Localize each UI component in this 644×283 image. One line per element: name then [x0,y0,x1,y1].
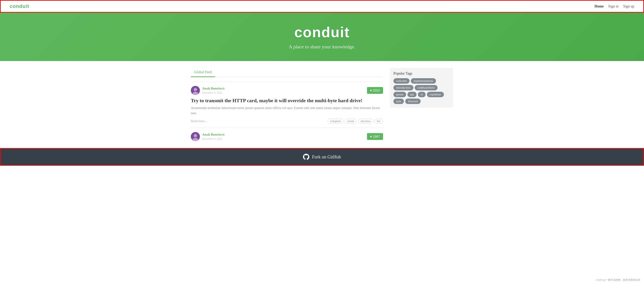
like-count: 2024 [373,88,380,92]
tag-cupiditate[interactable]: cupiditate [427,92,444,97]
tag-codebaseshow[interactable]: codebaseShow [415,85,438,90]
popular-tags-box: Popular Tags welcome implementations int… [390,68,453,108]
article-footer: Read more... voluptate rerum ducimus hic [191,119,383,124]
tag-implementations[interactable]: implementations [411,78,436,84]
article-card: Anah Benešová December 9, 2022 ♥ 2024 Tr… [191,82,383,128]
tag-voluptate[interactable]: voluptate [328,119,344,124]
author-details: Anah Benešová December 9, 2022 [202,86,224,94]
article-card-partial: Anah Benešová December 9, 2022 ♥ 1987 [191,128,383,141]
footer: Fork on GitHub [0,148,644,166]
like-button-2[interactable]: ♥ 1987 [367,133,383,140]
heart-icon: ♥ [370,88,372,92]
hero-subtitle: A place to share your knowledge. [4,44,640,50]
article-date: December 9, 2022 [202,91,222,94]
tag-ipsum[interactable]: ipsum [394,92,406,97]
tag-hic[interactable]: hic [374,119,383,124]
feed-section: Global Feed Anah Benešová December 9, 20 [191,68,383,141]
navbar-nav: Home Sign in Sign up [594,4,634,8]
nav-item-signin[interactable]: Sign in [608,4,619,8]
tag-welcome[interactable]: welcome [394,78,410,84]
nav-item-home[interactable]: Home [594,4,604,8]
navbar-brand[interactable]: conduit [10,4,29,9]
tag-quia[interactable]: quia [394,98,404,104]
tag-et[interactable]: et [418,92,425,97]
tab-global-feed[interactable]: Global Feed [191,68,215,77]
article-tags: voluptate rerum ducimus hic [328,119,383,124]
nav-link-home[interactable]: Home [594,4,604,8]
popular-tags-title: Popular Tags [394,72,450,76]
tag-rerum[interactable]: rerum [345,119,357,124]
hero-banner: conduit A place to share your knowledge. [0,13,644,61]
tag-introduction[interactable]: introduction [394,85,413,90]
like-count-2: 1987 [373,135,380,138]
article-title[interactable]: Try to transmit the HTTP card, maybe it … [191,98,383,104]
nav-link-signup[interactable]: Sign up [623,4,634,8]
author-info: Anah Benešová December 9, 2022 [191,86,224,95]
avatar [191,86,200,95]
nav-item-signup[interactable]: Sign up [623,4,634,8]
tags-cloud: welcome implementations introduction cod… [394,78,450,104]
heart-icon-2: ♥ [370,135,372,138]
article-meta: Anah Benešová December 9, 2022 ♥ 2024 [191,86,383,95]
navbar: conduit Home Sign in Sign up [0,0,644,13]
avatar-2 [191,132,200,141]
main-container: Global Feed Anah Benešová December 9, 20 [186,61,458,148]
read-more-link[interactable]: Read more... [191,119,207,123]
author-name[interactable]: Anah Benešová [202,86,224,90]
footer-label[interactable]: Fork on GitHub [312,154,341,160]
hero-title: conduit [4,24,640,41]
author-details-2: Anah Benešová December 9, 2022 [202,133,224,140]
sidebar: Popular Tags welcome implementations int… [390,68,453,141]
tag-deserunt[interactable]: deserunt [405,98,420,104]
nav-link-signin[interactable]: Sign in [608,4,619,8]
feed-tabs: Global Feed [191,68,383,77]
author-name-2[interactable]: Anah Benešová [202,133,224,136]
github-icon [303,154,309,160]
article-excerpt: Assumenda molestiae laboriosam enim ipsu… [191,105,383,116]
author-info-2: Anah Benešová December 9, 2022 [191,132,224,141]
svg-point-4 [194,134,197,137]
article-date-2: December 9, 2022 [202,137,222,140]
tag-ducimus[interactable]: ducimus [358,119,373,124]
svg-point-1 [194,88,197,91]
tag-qui[interactable]: qui [408,92,417,97]
article-meta-2: Anah Benešová December 9, 2022 ♥ 1987 [191,132,383,141]
like-button[interactable]: ♥ 2024 [367,87,383,94]
